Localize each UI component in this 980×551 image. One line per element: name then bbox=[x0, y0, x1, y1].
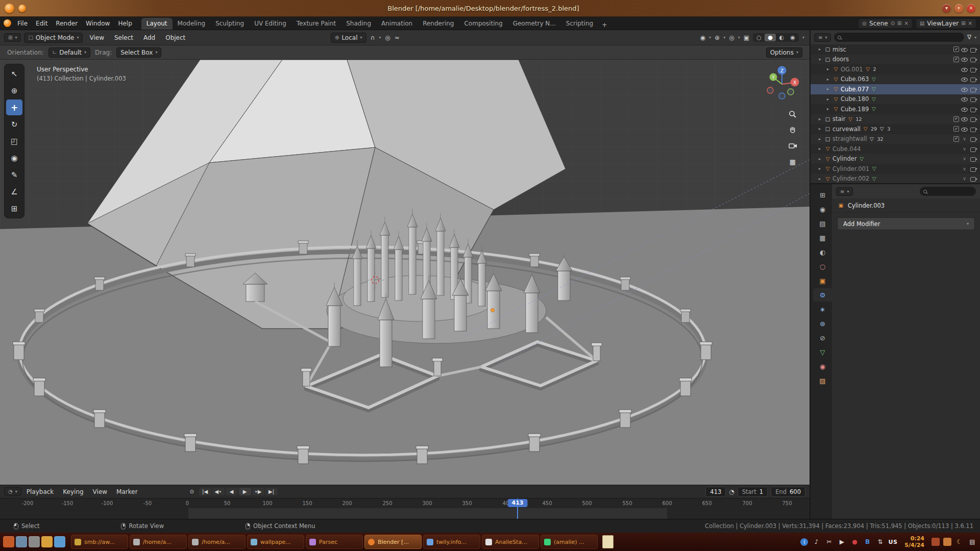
menu-select[interactable]: Select bbox=[111, 33, 137, 43]
camera-icon[interactable] bbox=[970, 155, 977, 162]
tab-modifiers[interactable]: ⚙ bbox=[813, 288, 832, 302]
playhead-frame-badge[interactable]: 413 bbox=[508, 499, 528, 507]
launcher-icon-1[interactable] bbox=[3, 536, 14, 547]
maximize-button[interactable]: + bbox=[954, 4, 963, 13]
launcher-icon-4[interactable] bbox=[41, 536, 53, 547]
outliner-item-label[interactable]: Cube.077 bbox=[841, 86, 869, 93]
window-titlebar[interactable]: Blender [/home/amalie/Desktop/blender/fo… bbox=[0, 0, 980, 17]
eye-icon[interactable] bbox=[961, 106, 968, 113]
outliner-item-label[interactable]: OG.001 bbox=[841, 66, 863, 73]
disclosure-icon[interactable]: ▸ bbox=[817, 157, 823, 161]
camera-icon[interactable] bbox=[970, 135, 977, 142]
chevron-down-icon[interactable]: ▾ bbox=[974, 35, 976, 40]
menu-window[interactable]: Window bbox=[82, 18, 114, 29]
outliner-row-og001[interactable]: ▸ ▽ OG.001 ▽ 2 bbox=[811, 64, 980, 74]
taskbar-window-wallpaper[interactable]: wallpape... bbox=[247, 535, 304, 549]
taskbar-clock[interactable]: 0:24 5/4/24 bbox=[904, 535, 924, 548]
night-mode-icon[interactable]: ☾ bbox=[955, 538, 964, 545]
camera-icon[interactable] bbox=[970, 126, 977, 133]
tab-texture[interactable]: ▨ bbox=[813, 374, 832, 387]
orientation-selector[interactable]: ∟ Default ▾ bbox=[48, 47, 90, 58]
eye-icon[interactable] bbox=[961, 66, 968, 73]
taskbar-window-home2[interactable]: /home/a... bbox=[188, 535, 246, 549]
drag-selector[interactable]: Select Box ▾ bbox=[116, 47, 161, 58]
taskbar-window-twily[interactable]: twily.info... bbox=[423, 535, 480, 549]
timeline-ruler[interactable]: -200 -150 -100 -50 0 50 100 150 200 250 … bbox=[0, 498, 810, 519]
tab-object-data[interactable]: ▽ bbox=[813, 345, 832, 359]
task-list-icon[interactable]: ▤ bbox=[968, 538, 977, 545]
unlink-scene-icon[interactable]: × bbox=[904, 20, 908, 26]
disclosure-icon[interactable]: ▸ bbox=[825, 97, 831, 102]
outliner-item-label[interactable]: curvewall bbox=[832, 126, 861, 133]
close-button[interactable]: × bbox=[967, 4, 975, 13]
notes-widget[interactable] bbox=[602, 535, 614, 548]
tab-output[interactable]: ▤ bbox=[813, 217, 832, 230]
viewport-3d-scene[interactable] bbox=[0, 60, 810, 485]
timeline-editor-type-button[interactable]: ◔ ▾ bbox=[4, 487, 21, 496]
outliner-item-label[interactable]: doors bbox=[832, 56, 849, 63]
3d-viewport[interactable]: User Perspective (413) Collection | Cyli… bbox=[0, 60, 810, 485]
pin-icon[interactable]: ⊙ bbox=[891, 20, 895, 26]
eye-icon[interactable] bbox=[961, 46, 968, 53]
eye-icon[interactable] bbox=[961, 126, 968, 133]
chevron-down-icon[interactable]: ▾ bbox=[723, 35, 725, 40]
eye-closed-icon[interactable]: ∨ bbox=[961, 136, 968, 141]
chevron-down-icon[interactable]: ▾ bbox=[709, 35, 711, 40]
launcher-icon-5[interactable] bbox=[54, 536, 65, 547]
tray-app-icon-2[interactable] bbox=[943, 538, 951, 546]
eye-closed-icon[interactable]: ∨ bbox=[961, 176, 968, 181]
eye-closed-icon[interactable]: ∨ bbox=[961, 166, 968, 171]
tab-constraints[interactable]: ⊘ bbox=[813, 331, 832, 344]
outliner-row-cube077[interactable]: ▸ ▽ Cube.077 ▽ bbox=[811, 84, 980, 94]
outliner-item-label[interactable]: stair bbox=[832, 115, 845, 122]
tab-shading[interactable]: Shading bbox=[341, 18, 376, 30]
editor-type-button[interactable]: ⊞ ▾ bbox=[4, 33, 21, 42]
add-cube-tool[interactable]: ⊞ bbox=[6, 201, 22, 216]
outliner-item-label[interactable]: Cylinder bbox=[832, 155, 857, 162]
outliner-row-misc[interactable]: ▸ □ misc ✓ bbox=[811, 44, 980, 55]
tab-geometry-nodes[interactable]: Geometry N... bbox=[508, 18, 561, 30]
disclosure-icon[interactable]: ▸ bbox=[817, 146, 823, 151]
play-reverse-button[interactable]: ◀ bbox=[226, 488, 238, 495]
eye-icon[interactable] bbox=[961, 115, 968, 122]
outliner-row-stair[interactable]: ▸ □ stair ▽ 12 ✓ bbox=[811, 114, 980, 124]
xray-toggle-icon[interactable]: ▣ bbox=[744, 34, 749, 41]
new-viewlayer-icon[interactable]: ⊞ bbox=[961, 20, 965, 26]
taskbar-window-terminal[interactable]: (amalie) ... bbox=[541, 535, 598, 549]
disclosure-icon[interactable]: ▸ bbox=[825, 77, 831, 82]
tab-layout[interactable]: Layout bbox=[141, 18, 173, 30]
outliner-row-cylinder002[interactable]: ▸ ▽ Cylinder.002 ▽ ∨ bbox=[811, 174, 980, 184]
eye-icon[interactable] bbox=[961, 95, 968, 103]
tab-render[interactable]: ◉ bbox=[813, 203, 832, 216]
tab-particles[interactable]: ∗ bbox=[813, 303, 832, 316]
tab-scripting[interactable]: Scripting bbox=[561, 18, 598, 30]
frame-start-field[interactable]: Start 1 bbox=[738, 487, 768, 497]
tab-rendering[interactable]: Rendering bbox=[418, 18, 459, 30]
disclosure-icon[interactable]: ▸ bbox=[825, 107, 831, 111]
chevron-down-icon[interactable]: ▾ bbox=[738, 35, 740, 40]
tab-compositing[interactable]: Compositing bbox=[459, 18, 507, 30]
tab-view-layer[interactable]: ▦ bbox=[813, 231, 832, 244]
collection-checkbox[interactable]: ✓ bbox=[953, 46, 959, 52]
menu-render[interactable]: Render bbox=[52, 18, 82, 29]
rotate-tool[interactable]: ↻ bbox=[6, 116, 22, 132]
jump-to-start-button[interactable]: |◀ bbox=[199, 488, 211, 495]
media-tray-icon[interactable]: ♪ bbox=[812, 538, 821, 545]
jump-to-end-button[interactable]: ▶| bbox=[265, 488, 278, 495]
taskbar-window-smb[interactable]: smb://aw... bbox=[71, 535, 128, 549]
proportional-editing-icon[interactable]: ◎ bbox=[385, 34, 390, 41]
collection-checkbox[interactable]: ✓ bbox=[953, 136, 959, 142]
collection-checkbox[interactable]: ✓ bbox=[953, 126, 959, 132]
outliner-row-straightwall[interactable]: ▸ □ straightwall ▽ 32 ✓ ∨ bbox=[811, 134, 980, 144]
outliner-item-label[interactable]: Cylinder.002 bbox=[832, 175, 869, 182]
menu-view-timeline[interactable]: View bbox=[89, 487, 111, 497]
outliner-row-cylinder001[interactable]: ▸ ▽ Cylinder.001 ▽ ∨ bbox=[811, 164, 980, 174]
navigation-gizmo[interactable]: Z X Y bbox=[763, 64, 801, 104]
record-tray-icon[interactable]: ● bbox=[850, 538, 859, 545]
camera-icon[interactable] bbox=[970, 86, 977, 93]
select-box-tool[interactable]: ↖ bbox=[6, 66, 22, 82]
zoom-icon[interactable] bbox=[787, 109, 798, 120]
viewlayer-selector[interactable]: ▤ ViewLayer ⊞ × bbox=[916, 18, 976, 29]
camera-icon[interactable] bbox=[970, 175, 977, 182]
tab-texture-paint[interactable]: Texture Paint bbox=[291, 18, 341, 30]
